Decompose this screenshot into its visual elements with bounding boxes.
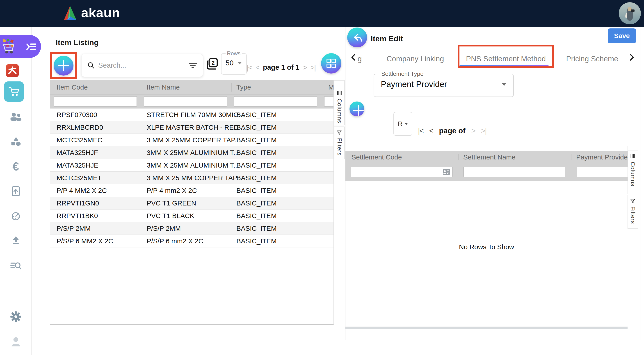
module-pill-pos[interactable] — [0, 35, 41, 58]
sidebar-item-finance[interactable]: € — [0, 161, 32, 172]
panel-title-item-edit: Item Edit — [371, 34, 403, 43]
sidebar-item-timer[interactable] — [0, 210, 32, 222]
table-row[interactable]: P/S/P 6 MM2 X 2CP/S/P 6 mm2 X 2CBASIC_IT… — [50, 235, 334, 247]
search-input[interactable] — [98, 61, 189, 70]
tab-filters-left-grid[interactable]: Filters — [334, 127, 344, 159]
rows-per-page-select[interactable]: Rows 50 — [221, 50, 247, 75]
settlement-type-select[interactable]: Settlement Type Payment Provider — [374, 70, 514, 97]
table-row[interactable]: MCTC325MEC3 MM X 25MM COPPER TAP...BASIC… — [50, 134, 334, 146]
settlement-type-value: Payment Provider — [381, 80, 447, 89]
table-row[interactable]: RPSF070300STRETCH FILM 70MM 30MIC...BASI… — [50, 109, 334, 121]
person-icon — [10, 336, 22, 347]
table-row[interactable]: MATA325HJE3MM X 25MM ALUMINIUM T...BASIC… — [50, 159, 334, 172]
tab-pns-settlement-method[interactable]: PNS Settlement Method — [458, 55, 554, 63]
tabbar-divider — [346, 68, 640, 68]
tabs-scroll-right-icon[interactable] — [628, 53, 636, 62]
tab-company-linking[interactable]: Company Linking — [379, 55, 451, 63]
add-settlement-button[interactable] — [350, 102, 364, 116]
horizontal-scrollbar-track[interactable] — [346, 326, 628, 329]
tabs-scroll-left-icon[interactable] — [349, 53, 358, 62]
plus-icon — [58, 60, 69, 71]
table-row[interactable]: RRPVTI1GN0PVC T1 GREENBASIC_ITEM — [50, 197, 334, 210]
last-page-button[interactable]: >| — [310, 63, 316, 72]
column-header-item-code[interactable]: Item Code — [56, 84, 88, 91]
column-header-settlement-name[interactable]: Settlement Name — [463, 153, 516, 161]
table-row[interactable]: MCTC325MET3 MM X 25 MM COPPER TAP...BASI… — [50, 172, 334, 184]
item-name-cell: 3MM X 25MM ALUMINIUM T... — [147, 161, 239, 169]
column-header-settlement-code[interactable]: Settlement Code — [352, 153, 402, 161]
filters-tab-label: Filters — [629, 206, 636, 224]
item-type-cell: BASIC_ITEM — [236, 174, 276, 182]
save-button[interactable]: Save — [608, 29, 636, 43]
filter-input-settlement-name[interactable] — [464, 167, 565, 177]
filter-input-type[interactable] — [234, 96, 317, 107]
tab-columns-left-grid[interactable]: Columns — [334, 87, 344, 125]
lookup-card-icon[interactable] — [442, 169, 450, 175]
last-page-button[interactable]: >| — [481, 127, 486, 135]
item-code-cell: RRXLMBCRD0 — [56, 124, 103, 131]
empty-grid-message: No Rows To Show — [346, 243, 628, 251]
grid-view-button[interactable] — [321, 53, 342, 74]
rows-value: 50 — [226, 59, 234, 67]
item-name-cell: P/P 4 mm2 X 2C — [147, 187, 197, 194]
table-row[interactable]: P/S/P 2MMP/S/P 2MMBASIC_ITEM — [50, 222, 334, 235]
back-button[interactable] — [347, 28, 367, 47]
tab-fragment-clipped[interactable]: g — [358, 55, 362, 63]
tab-columns-right-grid[interactable]: Columns — [628, 150, 638, 194]
sidebar-item-audit-search[interactable] — [0, 260, 32, 271]
item-type-cell: BASIC_ITEM — [236, 187, 276, 194]
filters-funnel-icon — [630, 198, 636, 204]
item-name-cell: P/S/P 2MM — [147, 225, 181, 232]
upload-icon — [10, 235, 21, 245]
filter-input-payment-provider[interactable] — [577, 167, 628, 177]
user-avatar[interactable] — [619, 2, 641, 24]
item-name-cell: 3 MM X 25MM COPPER TAP... — [147, 136, 240, 144]
filter-input-item-name[interactable] — [144, 96, 227, 107]
column-header-type[interactable]: Type — [236, 84, 251, 91]
filter-input-clipped[interactable] — [324, 96, 334, 107]
svg-text:2: 2 — [212, 60, 214, 66]
brand-name: akaun — [81, 6, 120, 21]
table-bottom-border — [50, 324, 334, 325]
filters-funnel-icon — [337, 130, 342, 135]
table-row[interactable]: P/P 4 MM2 X 2CP/P 4 mm2 X 2CBASIC_ITEM — [50, 184, 334, 197]
first-page-button[interactable]: |< — [418, 127, 424, 135]
timer-icon — [10, 210, 21, 221]
sidebar-item-file-import[interactable] — [0, 185, 32, 197]
next-page-button[interactable]: > — [303, 63, 307, 72]
column-header-payment-provider[interactable]: Payment Provider — [576, 153, 628, 161]
sidebar-item-settings[interactable] — [0, 311, 32, 322]
first-page-button[interactable]: |< — [247, 63, 252, 72]
table-scrollbar-track[interactable] — [334, 80, 334, 325]
tab-filters-right-grid[interactable]: Filters — [628, 195, 638, 229]
sidebar-item-upload[interactable] — [0, 235, 32, 246]
filter-input-item-code[interactable] — [54, 96, 137, 107]
sidebar-strip-spacer — [628, 146, 638, 150]
sidebar-item-red-app[interactable] — [6, 64, 19, 77]
next-page-button[interactable]: > — [471, 127, 475, 135]
item-name-cell: XLPE MASTER BATCH - RED ... — [147, 124, 246, 131]
table-row[interactable]: RRPVTI1BK0PVC T1 BLACKBASIC_ITEM — [50, 210, 334, 222]
prev-page-button[interactable]: < — [256, 63, 259, 72]
active-tab-underline — [460, 65, 549, 68]
table-row[interactable]: RRXLMBCRD0XLPE MASTER BATCH - RED ...BAS… — [50, 121, 334, 134]
filter-input-settlement-code[interactable] — [350, 167, 452, 177]
sidebar-item-catalog[interactable] — [0, 136, 32, 148]
table-row[interactable]: MATA325HJF3MM X 25MM ALUMINIUM T...BASIC… — [50, 146, 334, 159]
item-name-cell: P/S/P 6 mm2 X 2C — [147, 237, 203, 245]
menu-expand-icon[interactable] — [26, 42, 36, 52]
item-type-cell: BASIC_ITEM — [236, 225, 276, 232]
column-header-item-name[interactable]: Item Name — [147, 84, 180, 91]
sidebar-item-pos-cart-active[interactable] — [4, 81, 24, 102]
add-item-button[interactable] — [54, 56, 74, 76]
column-header-clipped[interactable]: M — [328, 84, 334, 91]
filter-list-icon[interactable] — [189, 62, 197, 69]
sidebar-strip-spacer — [334, 80, 344, 87]
rows-selector-dropdown[interactable]: R — [394, 112, 412, 136]
sidebar-item-contacts[interactable] — [0, 111, 32, 123]
duplicate-pages-icon[interactable]: 2 — [205, 58, 218, 71]
sidebar-item-profile[interactable] — [0, 336, 32, 347]
tab-pricing-scheme[interactable]: Pricing Scheme — [557, 55, 627, 63]
rows-selector-value: R — [398, 120, 403, 128]
prev-page-button[interactable]: < — [429, 127, 433, 135]
